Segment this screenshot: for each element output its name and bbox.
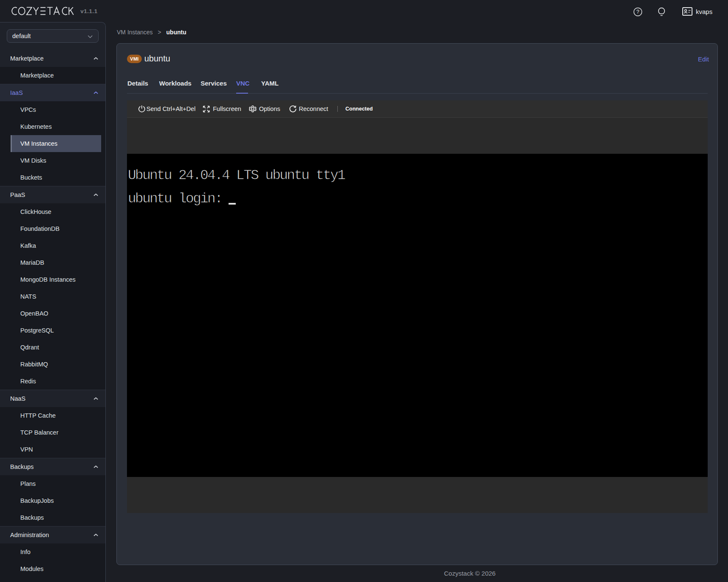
svg-text:?: ? <box>637 9 640 15</box>
